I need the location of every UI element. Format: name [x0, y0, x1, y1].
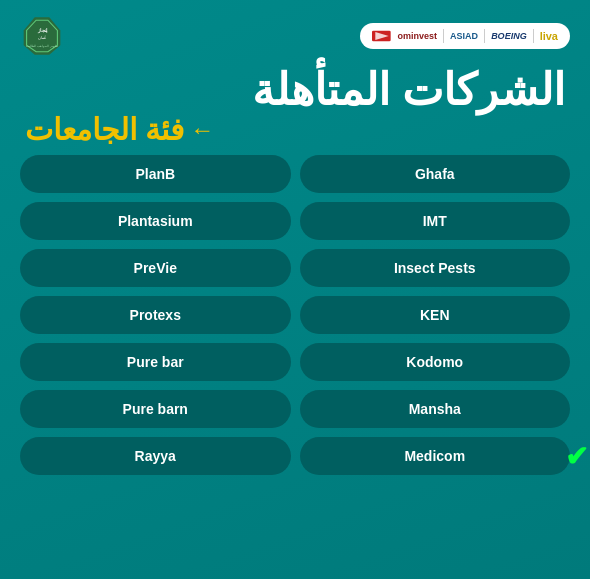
card-label: Plantasium [118, 213, 193, 229]
card-label: Kodomo [406, 354, 463, 370]
card-label: Ghafa [415, 166, 455, 182]
card-label: KEN [420, 307, 450, 323]
title-sub: ← فئة الجامعات [25, 112, 565, 147]
card-ken: KEN [300, 296, 571, 334]
svg-text:تطوير المواهب الطالبية: تطوير المواهب الطالبية [26, 44, 57, 48]
red-logo-icon [372, 28, 392, 44]
svg-text:عُمان: عُمان [38, 35, 46, 40]
card-label: Rayya [135, 448, 176, 464]
card-medicom: Medicom ✔ [300, 437, 571, 475]
card-planb: PlanB [20, 155, 291, 193]
card-label: PreVie [134, 260, 177, 276]
card-plantasium: Plantasium [20, 202, 291, 240]
card-previe: PreVie [20, 249, 291, 287]
card-label: Insect Pests [394, 260, 476, 276]
card-pure-barn: Pure barn [20, 390, 291, 428]
card-ghafa: Ghafa [300, 155, 571, 193]
title-main: الشركات المتأهلة [25, 68, 565, 112]
injaz-logo: إنجاز عُمان تطوير المواهب الطالبية [20, 14, 64, 58]
card-label: Pure bar [127, 354, 184, 370]
svg-text:إنجاز: إنجاز [37, 27, 48, 34]
liva-sponsor: liva [540, 30, 558, 42]
card-insect-pests: Insect Pests [300, 249, 571, 287]
card-label: IMT [423, 213, 447, 229]
logo-left: إنجاز عُمان تطوير المواهب الطالبية [20, 14, 64, 58]
card-pure-bar: Pure bar [20, 343, 291, 381]
asiad-sponsor: ASIAD [450, 31, 478, 41]
checkmark-icon: ✔ [565, 440, 588, 473]
arrow-decoration: ← [190, 116, 214, 144]
sponsors-bar: ominvest ASIAD BOEING liva [360, 23, 570, 49]
sponsor-divider-1 [443, 29, 444, 43]
ominvest-sponsor: ominvest [398, 31, 438, 41]
card-label: Pure barn [123, 401, 188, 417]
header: إنجاز عُمان تطوير المواهب الطالبية ominv… [20, 14, 570, 58]
card-rayya: Rayya [20, 437, 291, 475]
card-label: Mansha [409, 401, 461, 417]
boeing-sponsor: BOEING [491, 31, 527, 41]
card-mansha: Mansha [300, 390, 571, 428]
title-sub-text: فئة الجامعات [25, 112, 184, 147]
sponsor-divider-2 [484, 29, 485, 43]
card-label: PlanB [135, 166, 175, 182]
sponsor-divider-3 [533, 29, 534, 43]
card-imt: IMT [300, 202, 571, 240]
page-container: إنجاز عُمان تطوير المواهب الطالبية ominv… [0, 0, 590, 579]
card-kodomo: Kodomo [300, 343, 571, 381]
card-label: Protexs [130, 307, 181, 323]
cards-grid: PlanB Ghafa Plantasium IMT PreVie Insect… [20, 155, 570, 475]
card-label: Medicom [404, 448, 465, 464]
title-section: الشركات المتأهلة ← فئة الجامعات [20, 68, 570, 147]
card-protexs: Protexs [20, 296, 291, 334]
